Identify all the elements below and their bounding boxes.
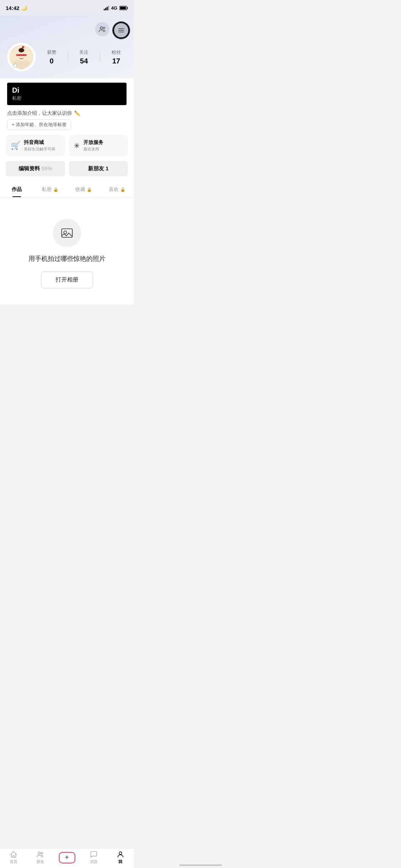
likes-lock-icon: 🔒 <box>120 187 125 192</box>
tab-likes[interactable]: 喜欢 🔒 <box>100 182 134 197</box>
svg-rect-1 <box>127 7 128 9</box>
bio-placeholder: 点击添加介绍，让大家认识你 <box>7 110 72 117</box>
signal-bars <box>104 6 109 10</box>
svg-rect-16 <box>16 54 27 56</box>
service-card-shop[interactable]: 🛒 抖音商城 美好生活触手可得 <box>6 135 65 156</box>
friends-button[interactable] <box>95 22 109 36</box>
new-friends-button[interactable]: 新朋友 1 <box>69 161 128 176</box>
edit-profile-label: 编辑资料 <box>19 165 40 171</box>
avatar[interactable] <box>7 43 36 71</box>
shop-name: 抖音商城 <box>24 139 55 146</box>
edit-bio-icon: ✏️ <box>74 110 80 116</box>
svg-point-21 <box>64 231 67 234</box>
action-buttons: 编辑资料 55% 新朋友 1 <box>0 161 134 182</box>
shop-icon: 🛒 <box>11 141 20 150</box>
stat-likes-label: 获赞 <box>47 49 56 56</box>
tags-btn-label: + 添加年龄、所在地等标签 <box>12 122 67 128</box>
top-actions <box>0 19 134 41</box>
photo-icon <box>61 227 73 239</box>
stat-divider-1 <box>68 52 68 62</box>
network-type: 4G <box>111 5 117 11</box>
tabs-container: 作品 私密 🔒 收藏 🔒 喜欢 🔒 <box>0 182 134 197</box>
open-service-name: 开放服务 <box>83 139 103 146</box>
profile-header: 获赞 0 关注 54 粉丝 17 <box>0 16 134 78</box>
edit-profile-button[interactable]: 编辑资料 55% <box>6 161 65 176</box>
profile-info: Di 私密 点击添加介绍，让大家认识你 ✏️ + 添加年龄、所在地等标签 <box>0 78 134 135</box>
svg-point-3 <box>100 27 102 29</box>
battery-icon <box>119 6 128 10</box>
service-card-open[interactable]: ✳ 开放服务 最近使用 <box>69 135 128 156</box>
stat-followers-value: 17 <box>112 57 120 65</box>
status-bar: 14:42 🌙 4G <box>0 0 134 16</box>
add-tags-button[interactable]: + 添加年龄、所在地等标签 <box>7 119 71 130</box>
svg-point-4 <box>103 27 105 29</box>
username-text: Di <box>12 86 122 94</box>
stat-likes[interactable]: 获赞 0 <box>47 49 56 65</box>
stat-divider-2 <box>100 52 100 62</box>
empty-text: 用手机拍过哪些惊艳的照片 <box>29 254 106 263</box>
tab-likes-label: 喜欢 <box>109 186 119 193</box>
tab-private-label: 私密 <box>42 186 52 193</box>
bio-add-row[interactable]: 点击添加介绍，让大家认识你 ✏️ <box>7 107 127 119</box>
edit-profile-percent: 55% <box>40 165 52 171</box>
status-time: 14:42 <box>6 5 19 11</box>
tab-collections-label: 收藏 <box>75 186 85 193</box>
tab-works-label: 作品 <box>12 186 22 193</box>
collections-lock-icon: 🔒 <box>87 187 92 192</box>
open-album-label: 打开相册 <box>56 277 78 283</box>
profile-stats-row: 获赞 0 关注 54 粉丝 17 <box>0 43 134 71</box>
tab-collections[interactable]: 收藏 🔒 <box>67 182 101 197</box>
stat-following[interactable]: 关注 54 <box>79 49 88 65</box>
open-service-icon: ✳ <box>74 141 80 150</box>
service-cards: 🛒 抖音商城 美好生活触手可得 ✳ 开放服务 最近使用 <box>0 135 134 161</box>
stat-following-label: 关注 <box>79 49 88 56</box>
moon-icon: 🌙 <box>21 5 27 11</box>
stat-followers[interactable]: 粉丝 17 <box>112 49 121 65</box>
svg-point-13 <box>22 46 24 48</box>
open-service-desc: 最近使用 <box>83 146 103 152</box>
tab-works[interactable]: 作品 <box>0 182 34 197</box>
stat-following-value: 54 <box>80 57 88 65</box>
new-friends-label: 新朋友 1 <box>88 165 109 171</box>
username-block: Di 私密 <box>7 83 127 105</box>
stats-container: 获赞 0 关注 54 粉丝 17 <box>41 49 127 65</box>
empty-content: 用手机拍过哪些惊艳的照片 打开相册 <box>0 197 134 304</box>
svg-rect-2 <box>120 6 126 9</box>
menu-button[interactable] <box>113 22 129 38</box>
svg-rect-19 <box>13 64 17 67</box>
svg-rect-20 <box>62 229 72 237</box>
private-lock-icon: 🔒 <box>53 187 58 192</box>
shop-info: 抖音商城 美好生活触手可得 <box>24 139 55 152</box>
stat-followers-label: 粉丝 <box>112 49 121 56</box>
empty-icon-circle <box>53 219 81 247</box>
open-service-info: 开放服务 最近使用 <box>83 139 103 152</box>
status-icons: 4G <box>104 5 128 11</box>
privacy-text: 私密 <box>12 95 122 102</box>
open-album-button[interactable]: 打开相册 <box>41 272 93 288</box>
shop-desc: 美好生活触手可得 <box>24 146 55 152</box>
stat-likes-value: 0 <box>50 57 53 65</box>
tab-private[interactable]: 私密 🔒 <box>34 182 67 197</box>
